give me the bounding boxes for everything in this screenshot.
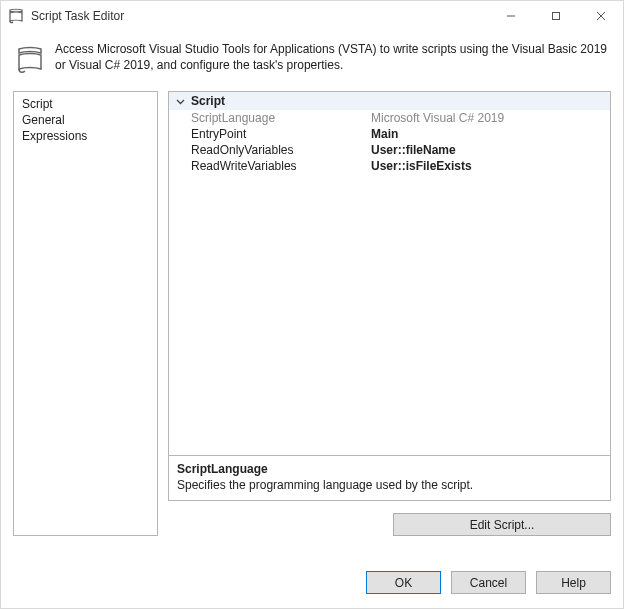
cancel-button[interactable]: Cancel: [451, 571, 526, 594]
prop-value: Main: [371, 127, 610, 141]
titlebar: Script Task Editor: [1, 1, 623, 31]
prop-value: User::isFileExists: [371, 159, 610, 173]
right-column: Script ScriptLanguage Microsoft Visual C…: [168, 91, 611, 536]
prop-name: ScriptLanguage: [191, 111, 371, 125]
description-text: Access Microsoft Visual Studio Tools for…: [55, 41, 611, 77]
prop-row-readonlyvariables[interactable]: ReadOnlyVariables User::fileName: [169, 142, 610, 158]
button-bar: OK Cancel Help: [1, 557, 623, 608]
property-grid: Script ScriptLanguage Microsoft Visual C…: [168, 91, 611, 456]
prop-name: ReadOnlyVariables: [191, 143, 371, 157]
nav-item-general[interactable]: General: [14, 112, 157, 128]
nav-item-script[interactable]: Script: [14, 96, 157, 112]
prop-name: ReadWriteVariables: [191, 159, 371, 173]
close-button[interactable]: [578, 1, 623, 31]
help-title: ScriptLanguage: [177, 462, 602, 476]
category-header-script[interactable]: Script: [169, 92, 610, 110]
body: Script General Expressions Script Script…: [1, 81, 623, 557]
prop-name: EntryPoint: [191, 127, 371, 141]
help-button[interactable]: Help: [536, 571, 611, 594]
prop-value: User::fileName: [371, 143, 610, 157]
app-icon: [7, 7, 25, 25]
window-title: Script Task Editor: [31, 9, 124, 23]
svg-rect-1: [552, 13, 559, 20]
nav-item-expressions[interactable]: Expressions: [14, 128, 157, 144]
script-task-icon: [13, 43, 47, 77]
prop-row-readwritevariables[interactable]: ReadWriteVariables User::isFileExists: [169, 158, 610, 174]
ok-button[interactable]: OK: [366, 571, 441, 594]
edit-script-row: Edit Script...: [168, 501, 611, 536]
chevron-down-icon: [175, 97, 185, 106]
prop-row-scriptlanguage[interactable]: ScriptLanguage Microsoft Visual C# 2019: [169, 110, 610, 126]
prop-value: Microsoft Visual C# 2019: [371, 111, 610, 125]
minimize-button[interactable]: [488, 1, 533, 31]
help-body: Specifies the programming language used …: [177, 478, 602, 492]
nav-panel: Script General Expressions: [13, 91, 158, 536]
edit-script-button[interactable]: Edit Script...: [393, 513, 611, 536]
prop-row-entrypoint[interactable]: EntryPoint Main: [169, 126, 610, 142]
maximize-button[interactable]: [533, 1, 578, 31]
description-row: Access Microsoft Visual Studio Tools for…: [1, 31, 623, 81]
help-panel: ScriptLanguage Specifies the programming…: [168, 456, 611, 501]
category-label: Script: [191, 94, 225, 108]
window: Script Task Editor Access Microsoft Visu…: [0, 0, 624, 609]
